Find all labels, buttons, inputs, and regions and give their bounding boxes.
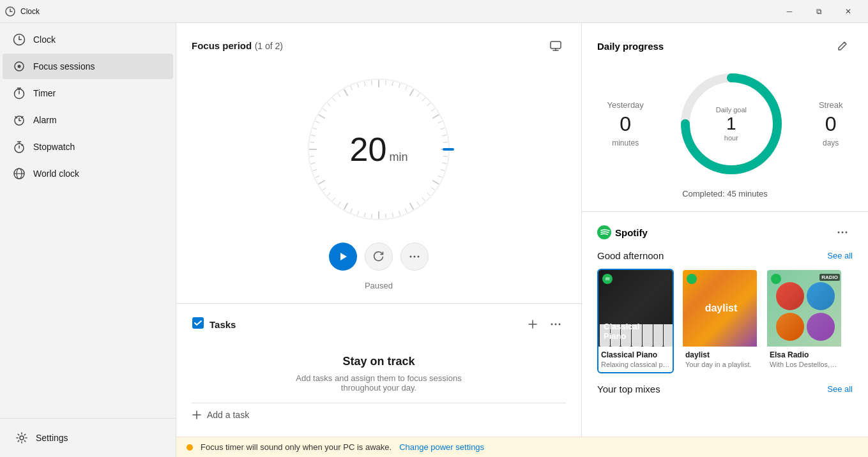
change-power-settings-link[interactable]: Change power settings [399, 442, 484, 452]
svg-line-39 [432, 109, 435, 112]
window-controls: ─ ⧉ ✕ [775, 1, 863, 22]
completed-text: Completed: 45 minutes [597, 189, 853, 199]
monitor-button[interactable] [545, 36, 566, 56]
see-all-link[interactable]: See all [827, 251, 853, 260]
tasks-empty-state: Stay on track Add tasks and assign them … [192, 345, 566, 403]
timer-icon [13, 87, 26, 100]
playlist-card-daylist[interactable]: daylist daylist Your day in a playlist. [681, 269, 758, 373]
timer-controls [329, 243, 429, 271]
svg-line-69 [323, 188, 326, 190]
svg-line-79 [316, 121, 319, 123]
tasks-header: Tasks [192, 314, 566, 334]
daily-goal-value: 1 [716, 114, 747, 134]
session-count: (1 of 2) [255, 41, 283, 51]
progress-header: Daily progress [597, 36, 853, 56]
timer-display: 20 min [350, 130, 408, 169]
streak-label: Streak [819, 100, 843, 110]
edit-progress-button[interactable] [832, 36, 853, 56]
timer-unit: min [389, 151, 407, 164]
sidebar-item-stopwatch[interactable]: Stopwatch [3, 134, 173, 160]
sidebar-nav: Clock Focus sessions [0, 23, 176, 418]
restore-button[interactable]: ⧉ [804, 1, 834, 22]
sidebar-item-clock[interactable]: Clock [3, 27, 173, 52]
svg-line-59 [386, 214, 386, 218]
sidebar-item-timer[interactable]: Timer [3, 80, 173, 106]
focus-section-header: Focus period (1 of 2) [192, 36, 566, 56]
svg-line-32 [392, 82, 393, 86]
svg-line-47 [443, 163, 446, 163]
svg-point-104 [597, 225, 611, 239]
daylist-text: daylist [705, 303, 738, 314]
svg-line-74 [310, 156, 314, 157]
svg-point-92 [414, 256, 416, 258]
svg-line-58 [392, 213, 393, 217]
svg-line-67 [333, 198, 335, 200]
tasks-more-icon [550, 318, 561, 330]
streak-stat: Streak 0 days [819, 100, 843, 147]
svg-line-52 [427, 193, 430, 195]
tasks-section: Tasks [176, 304, 581, 437]
elsa-radio-name: Elsa Radio [767, 347, 841, 361]
daily-goal-label: Daily goal [716, 106, 747, 114]
svg-line-77 [311, 135, 315, 136]
sidebar-item-world-clock[interactable]: World clock [3, 161, 173, 186]
svg-line-64 [351, 209, 352, 212]
focus-icon [13, 60, 26, 73]
svg-line-43 [443, 135, 446, 136]
svg-line-88 [365, 82, 365, 86]
spotify-more-icon [837, 227, 848, 238]
tasks-empty-desc: Add tasks and assign them to focus sessi… [289, 373, 468, 393]
svg-point-105 [838, 232, 840, 234]
tasks-check-icon [192, 317, 204, 333]
tasks-more-button[interactable] [545, 314, 566, 334]
minimize-button[interactable]: ─ [775, 1, 804, 22]
svg-line-89 [372, 81, 372, 85]
focus-period-title: Focus period [192, 40, 252, 51]
reset-button[interactable] [365, 243, 393, 271]
notification-bar: Focus timer will sound only when your PC… [176, 437, 868, 457]
svg-point-106 [842, 232, 844, 234]
playlist-card-elsa-radio[interactable]: RADIO Elsa Radio With Los Dest [766, 269, 842, 373]
focus-title-area: Focus period (1 of 2) [192, 40, 283, 52]
tasks-actions [522, 314, 566, 334]
daily-progress-section: Daily progress Yesterday 0 minutes [582, 23, 868, 212]
focus-sessions-label: Focus sessions [33, 61, 95, 71]
left-panel: Focus period (1 of 2) [176, 23, 582, 437]
svg-line-48 [441, 170, 445, 171]
daily-goal-unit: hour [716, 134, 747, 142]
top-mixes-see-all[interactable]: See all [827, 384, 853, 394]
daylist-desc: Your day in a playlist. [683, 361, 757, 372]
svg-point-91 [410, 256, 412, 258]
add-task-row[interactable]: Add a task [192, 403, 566, 426]
donut-chart-wrapper: Daily goal 1 hour [674, 66, 789, 181]
add-task-icon-button[interactable] [522, 314, 543, 334]
tasks-empty-title: Stay on track [342, 355, 415, 368]
right-panel: Daily progress Yesterday 0 minutes [582, 23, 868, 437]
top-mixes-label: Your top mixes [597, 384, 660, 394]
svg-line-66 [339, 202, 341, 206]
svg-line-34 [405, 86, 406, 89]
classical-piano-thumbnail: Classical Piano [598, 270, 674, 347]
svg-point-107 [846, 232, 848, 234]
progress-stats: Yesterday 0 minutes [597, 66, 853, 181]
more-options-button[interactable] [400, 243, 429, 271]
spotify-badge-2 [687, 274, 697, 284]
spotify-mini-icon-2 [689, 276, 695, 282]
main-panels: Focus period (1 of 2) [176, 23, 868, 437]
alarm-icon [13, 114, 26, 126]
yesterday-value: 0 [620, 112, 631, 136]
sidebar-item-settings[interactable]: Settings [5, 425, 171, 451]
spotify-more-button[interactable] [832, 222, 853, 243]
svg-point-93 [418, 256, 420, 258]
settings-icon [15, 431, 28, 444]
add-task-label: Add a task [207, 410, 249, 420]
sidebar-item-alarm[interactable]: Alarm [3, 107, 173, 133]
play-button[interactable] [329, 243, 357, 271]
sidebar-item-focus-sessions[interactable]: Focus sessions [3, 54, 173, 79]
svg-line-31 [386, 81, 386, 85]
spotify-name: Spotify [615, 227, 648, 238]
paused-label: Paused [365, 281, 393, 290]
playlist-card-classical-piano[interactable]: Classical Piano [597, 269, 674, 373]
svg-line-80 [319, 115, 324, 118]
close-button[interactable]: ✕ [834, 1, 863, 22]
